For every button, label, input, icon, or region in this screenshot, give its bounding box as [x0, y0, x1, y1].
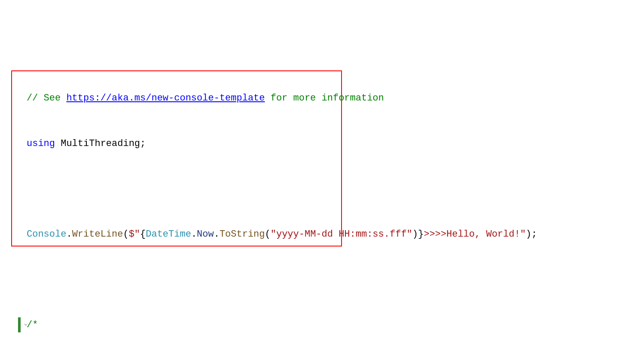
url-link[interactable]: https://aka.ms/new-console-template [66, 93, 265, 103]
code-line[interactable]: // See https://aka.ms/new-console-templa… [11, 91, 644, 106]
type: Console [27, 229, 66, 240]
identifier: MultiThreading [61, 138, 140, 149]
code-line[interactable]: ⌄/* [11, 317, 644, 332]
method: WriteLine [72, 229, 123, 240]
code-line[interactable] [11, 272, 644, 287]
comment-text: for more information [265, 93, 384, 103]
keyword: using [27, 138, 55, 149]
code-line[interactable]: using MultiThreading; [11, 136, 644, 151]
comment-text: // See [27, 93, 66, 103]
fold-chevron-icon[interactable]: ⌄ [23, 321, 28, 326]
change-marker [18, 317, 21, 332]
code-line[interactable] [11, 181, 644, 196]
code-editor[interactable]: // See https://aka.ms/new-console-templa… [0, 61, 644, 353]
code-line[interactable]: Console.WriteLine($"{DateTime.Now.ToStri… [11, 227, 644, 242]
